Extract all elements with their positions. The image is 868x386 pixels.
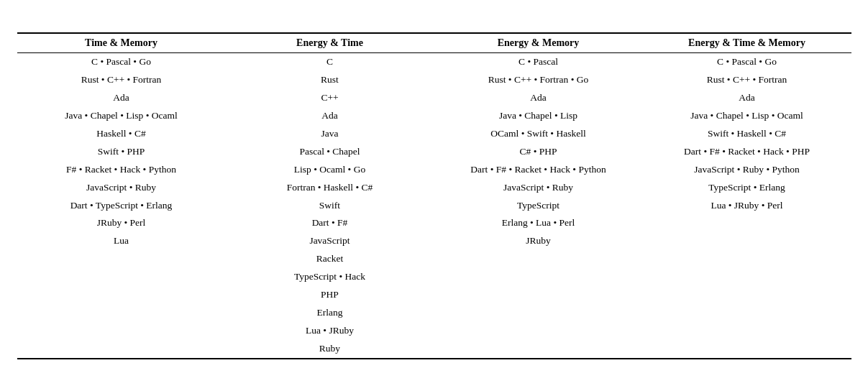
cell-3-2: Ada: [643, 89, 851, 107]
cell-2-1: Rust • C++ • Fortran • Go: [434, 71, 643, 89]
cell-2-9: Erlang • Lua • Perl: [434, 214, 643, 232]
cell-1-1: Rust: [226, 71, 434, 89]
col-header-time-memory: Time & Memory: [17, 33, 226, 53]
cell-0-12: [17, 268, 226, 286]
cell-1-16: Ruby: [226, 340, 434, 359]
table-row: JavaScript • RubyFortran • Haskell • C#J…: [17, 179, 851, 197]
data-table: Time & Memory Energy & Time Energy & Mem…: [17, 32, 851, 359]
cell-2-5: C# • PHP: [434, 143, 643, 161]
col-header-energy-time-memory: Energy & Time & Memory: [643, 33, 851, 53]
cell-2-4: OCaml • Swift • Haskell: [434, 125, 643, 143]
cell-2-10: JRuby: [434, 232, 643, 250]
table-header-row: Time & Memory Energy & Time Energy & Mem…: [17, 33, 851, 53]
cell-3-10: [643, 232, 851, 250]
cell-0-3: Java • Chapel • Lisp • Ocaml: [17, 107, 226, 125]
cell-3-12: [643, 268, 851, 286]
table-row: PHP: [17, 286, 851, 304]
cell-0-7: JavaScript • Ruby: [17, 179, 226, 197]
cell-3-7: TypeScript • Erlang: [643, 179, 851, 197]
cell-3-16: [643, 340, 851, 359]
table-row: F# • Racket • Hack • PythonLisp • Ocaml …: [17, 161, 851, 179]
cell-1-3: Ada: [226, 107, 434, 125]
table-body: C • Pascal • GoCC • PascalC • Pascal • G…: [17, 53, 851, 359]
cell-0-5: Swift • PHP: [17, 143, 226, 161]
cell-3-0: C • Pascal • Go: [643, 53, 851, 71]
cell-2-0: C • Pascal: [434, 53, 643, 71]
cell-2-11: [434, 250, 643, 268]
cell-1-12: TypeScript • Hack: [226, 268, 434, 286]
cell-1-13: PHP: [226, 286, 434, 304]
table-row: Swift • PHPPascal • ChapelC# • PHPDart •…: [17, 143, 851, 161]
cell-1-8: Swift: [226, 197, 434, 215]
cell-2-16: [434, 340, 643, 359]
cell-0-6: F# • Racket • Hack • Python: [17, 161, 226, 179]
table-container: Time & Memory Energy & Time Energy & Mem…: [17, 27, 851, 359]
table-row: Erlang: [17, 304, 851, 322]
cell-3-5: Dart • F# • Racket • Hack • PHP: [643, 143, 851, 161]
cell-0-15: [17, 322, 226, 340]
col-header-energy-time: Energy & Time: [226, 33, 434, 53]
cell-1-6: Lisp • Ocaml • Go: [226, 161, 434, 179]
table-row: Rust • C++ • FortranRustRust • C++ • For…: [17, 71, 851, 89]
cell-2-12: [434, 268, 643, 286]
cell-1-2: C++: [226, 89, 434, 107]
cell-3-13: [643, 286, 851, 304]
cell-3-8: Lua • JRuby • Perl: [643, 197, 851, 215]
cell-2-6: Dart • F# • Racket • Hack • Python: [434, 161, 643, 179]
table-row: Java • Chapel • Lisp • OcamlAdaJava • Ch…: [17, 107, 851, 125]
table-row: TypeScript • Hack: [17, 268, 851, 286]
table-row: LuaJavaScriptJRuby: [17, 232, 851, 250]
cell-1-11: Racket: [226, 250, 434, 268]
cell-1-5: Pascal • Chapel: [226, 143, 434, 161]
cell-1-0: C: [226, 53, 434, 71]
cell-0-9: JRuby • Perl: [17, 214, 226, 232]
cell-2-2: Ada: [434, 89, 643, 107]
cell-0-2: Ada: [17, 89, 226, 107]
cell-1-15: Lua • JRuby: [226, 322, 434, 340]
table-row: Lua • JRuby: [17, 322, 851, 340]
cell-0-16: [17, 340, 226, 359]
table-row: Dart • TypeScript • ErlangSwiftTypeScrip…: [17, 197, 851, 215]
cell-3-14: [643, 304, 851, 322]
cell-3-3: Java • Chapel • Lisp • Ocaml: [643, 107, 851, 125]
cell-1-7: Fortran • Haskell • C#: [226, 179, 434, 197]
table-row: JRuby • PerlDart • F#Erlang • Lua • Perl: [17, 214, 851, 232]
cell-3-6: JavaScript • Ruby • Python: [643, 161, 851, 179]
cell-0-11: [17, 250, 226, 268]
cell-2-13: [434, 286, 643, 304]
cell-3-11: [643, 250, 851, 268]
cell-0-10: Lua: [17, 232, 226, 250]
table-row: C • Pascal • GoCC • PascalC • Pascal • G…: [17, 53, 851, 71]
cell-2-14: [434, 304, 643, 322]
cell-3-15: [643, 322, 851, 340]
table-row: Haskell • C#JavaOCaml • Swift • HaskellS…: [17, 125, 851, 143]
cell-0-1: Rust • C++ • Fortran: [17, 71, 226, 89]
cell-0-4: Haskell • C#: [17, 125, 226, 143]
cell-1-10: JavaScript: [226, 232, 434, 250]
cell-1-14: Erlang: [226, 304, 434, 322]
table-row: Ruby: [17, 340, 851, 359]
cell-0-8: Dart • TypeScript • Erlang: [17, 197, 226, 215]
cell-2-7: JavaScript • Ruby: [434, 179, 643, 197]
cell-0-0: C • Pascal • Go: [17, 53, 226, 71]
cell-2-15: [434, 322, 643, 340]
cell-1-9: Dart • F#: [226, 214, 434, 232]
cell-2-3: Java • Chapel • Lisp: [434, 107, 643, 125]
cell-0-14: [17, 304, 226, 322]
cell-3-9: [643, 214, 851, 232]
table-row: AdaC++AdaAda: [17, 89, 851, 107]
col-header-energy-memory: Energy & Memory: [434, 33, 643, 53]
cell-0-13: [17, 286, 226, 304]
cell-1-4: Java: [226, 125, 434, 143]
cell-3-4: Swift • Haskell • C#: [643, 125, 851, 143]
cell-2-8: TypeScript: [434, 197, 643, 215]
cell-3-1: Rust • C++ • Fortran: [643, 71, 851, 89]
table-row: Racket: [17, 250, 851, 268]
